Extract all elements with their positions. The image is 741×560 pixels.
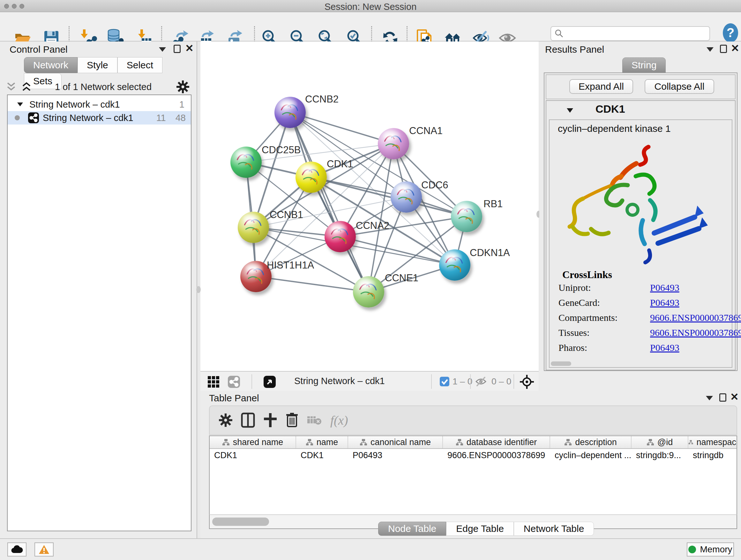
crosshair-icon[interactable] [520, 374, 534, 389]
delete-column-icon[interactable] [286, 413, 298, 428]
table-scrollbar[interactable] [212, 517, 269, 526]
node-gloss [329, 223, 348, 234]
panel-float-icon[interactable] [719, 393, 726, 401]
hidden-eye-icon[interactable] [475, 376, 488, 387]
tab-network-table[interactable]: Network Table [514, 522, 594, 536]
svg-text:?: ? [727, 25, 734, 40]
tree-expander-icon[interactable] [17, 102, 23, 107]
node-CCNE1[interactable] [353, 276, 384, 307]
cloud-button[interactable] [7, 543, 26, 557]
gene-expander-icon[interactable] [566, 107, 574, 113]
toolbar-separator [514, 374, 514, 389]
column-header-database-identifier[interactable]: database identifier [443, 436, 550, 448]
crosslink-link[interactable]: P06493 [650, 282, 679, 293]
node-CCNA1[interactable] [378, 128, 409, 159]
column-header-canonical-name[interactable]: canonical name [348, 436, 443, 448]
network-view-share-icon[interactable] [228, 376, 240, 388]
table-header-row: shared namenamecanonical namedatabase id… [210, 436, 737, 449]
node-CDC25B[interactable] [230, 146, 262, 178]
node-table: shared namenamecanonical namedatabase id… [209, 435, 737, 514]
crosslink-link[interactable]: 9606.ENSP00000378699 [650, 327, 741, 338]
help-button[interactable]: ? [723, 23, 738, 43]
expand-all-icon[interactable] [21, 82, 32, 92]
network-view-title: String Network – cdk1 [294, 376, 385, 386]
columns-icon[interactable] [241, 413, 255, 428]
cell-description[interactable]: cyclin–dependent ... [550, 449, 631, 462]
column-header-description[interactable]: description [550, 436, 631, 448]
panel-float-icon[interactable] [720, 45, 727, 53]
search-box [550, 26, 710, 41]
node-label-CDC25B: CDC25B [262, 144, 300, 156]
crosslink-link[interactable]: 9606.ENSP00000378699 [650, 312, 741, 323]
node-gloss [242, 213, 262, 225]
crosslink-label: GeneCard: [558, 297, 600, 308]
collection-label: String Network – cdk1 [29, 99, 120, 110]
network-row-selected[interactable]: String Network – cdk1 11 48 [8, 111, 191, 125]
tab-network[interactable]: Network [24, 57, 77, 73]
column-header-namespace[interactable]: namespace [688, 436, 737, 448]
panel-close-icon[interactable]: ✕ [730, 393, 739, 401]
birdseye-arrow-icon[interactable] [264, 376, 276, 388]
node-CCNB2[interactable] [274, 97, 306, 128]
node-CDKN1A[interactable] [439, 249, 470, 281]
crosslink-link[interactable]: P06493 [650, 297, 679, 308]
column-header-label: shared name [233, 437, 283, 447]
cell-namespace[interactable]: stringdb [688, 449, 737, 462]
node-CCNB1[interactable] [238, 212, 269, 243]
grid-view-icon[interactable] [207, 376, 219, 388]
node-gloss [235, 148, 254, 160]
node-CCNA2[interactable] [325, 221, 356, 252]
expand-all-button[interactable]: Expand All [569, 79, 633, 94]
column-type-icon [688, 439, 693, 446]
panel-menu-icon[interactable] [706, 47, 714, 52]
column-type-icon [456, 439, 463, 446]
horizontal-scrollbar[interactable] [551, 361, 571, 366]
column-header-label: description [575, 437, 617, 447]
cell-database-identifier[interactable]: 9606.ENSP00000378699 [443, 449, 550, 462]
panel-close-icon[interactable]: ✕ [185, 44, 194, 52]
search-input[interactable] [564, 29, 701, 39]
crosslinks-title: CrossLinks [562, 269, 612, 281]
tab-style[interactable]: Style [77, 57, 118, 73]
tab-edge-table[interactable]: Edge Table [446, 522, 514, 536]
panel-float-icon[interactable] [174, 45, 181, 53]
column-header-shared-name[interactable]: shared name [210, 436, 296, 448]
network-canvas[interactable]: CCNB2CCNA1CDC25BCDK1CDC6RB1CCNB1CCNA2CDK… [200, 42, 539, 371]
node-RB1[interactable] [451, 201, 482, 232]
crosslink-link[interactable]: P06493 [650, 342, 679, 353]
node-CDK1[interactable] [295, 162, 327, 193]
node-label-CDK1: CDK1 [327, 159, 353, 170]
table-row[interactable]: CDK1CDK1P064939606.ENSP00000378699cyclin… [210, 449, 737, 462]
column-header-label: canonical name [370, 437, 431, 447]
warning-button[interactable] [35, 543, 54, 557]
gene-symbol: CDK1 [596, 103, 625, 115]
tab-node-table[interactable]: Node Table [378, 522, 446, 536]
node-CDC6[interactable] [391, 181, 422, 212]
cell-shared-name[interactable]: CDK1 [210, 449, 296, 462]
collapse-all-icon[interactable] [6, 82, 17, 92]
cell-canonical-name[interactable]: P06493 [348, 449, 443, 462]
network-collection-row[interactable]: String Network – cdk1 1 [8, 98, 191, 111]
tab-select[interactable]: Select [118, 57, 162, 73]
tab-string[interactable]: String [622, 57, 666, 73]
memory-button[interactable]: Memory [687, 543, 734, 557]
node-label-CCNB1: CCNB1 [270, 209, 303, 221]
cell--id[interactable]: stringdb:9... [631, 449, 688, 462]
panel-close-icon[interactable]: ✕ [731, 44, 739, 52]
gear-icon[interactable] [176, 80, 190, 94]
selected-checkbox-icon[interactable] [440, 377, 449, 386]
column-header-name[interactable]: name [296, 436, 348, 448]
window-title: Session: New Session [0, 2, 741, 12]
column-header--id[interactable]: @id [631, 436, 688, 448]
add-column-icon[interactable] [263, 413, 277, 428]
collapse-all-button[interactable]: Collapse All [645, 79, 714, 94]
panel-menu-icon[interactable] [706, 396, 713, 400]
gear-icon[interactable] [219, 413, 232, 427]
panel-menu-icon[interactable] [159, 47, 166, 52]
cell-name[interactable]: CDK1 [296, 449, 348, 462]
crosslink-label: Tissues: [558, 327, 590, 338]
column-type-icon [222, 439, 230, 446]
edge-HIST1H1A-CCNE1[interactable] [256, 276, 368, 292]
left-splitter-handle[interactable] [196, 286, 201, 293]
column-type-icon [306, 439, 313, 446]
